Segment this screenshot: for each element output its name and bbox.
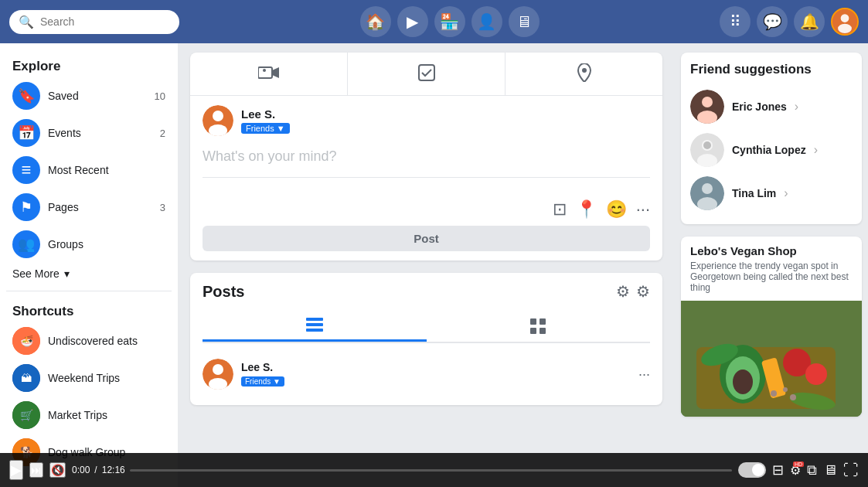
posts-view-tabs [203, 310, 650, 343]
video-quality-button[interactable]: ⚙ HD [790, 463, 801, 478]
video-nav-button[interactable]: ▶ [397, 6, 428, 37]
svg-marker-12 [272, 67, 279, 78]
svg-rect-14 [419, 65, 434, 80]
svg-text:🛒: 🛒 [20, 409, 34, 422]
most-recent-label: Most Recent [48, 164, 109, 176]
shortcut-item-undiscovered-eats[interactable]: 🍜 Undiscovered eats [6, 322, 172, 359]
svg-point-27 [213, 364, 223, 375]
post-user-row: Lee S. Friends ▼ [203, 105, 650, 136]
svg-point-49 [771, 390, 777, 397]
location-action-icon[interactable]: 📍 [576, 199, 597, 220]
video-mute-button[interactable]: 🔇 [49, 462, 66, 478]
posts-section-title: Posts [203, 283, 244, 301]
friend-suggestion-tina[interactable]: Tina Lim › [690, 172, 853, 215]
shop-image-inner [681, 301, 862, 417]
most-recent-icon: ≡ [12, 156, 40, 184]
events-label: Events [48, 127, 81, 139]
video-pip-button[interactable]: ⧉ [807, 462, 817, 478]
friend-arrow-icon: › [795, 100, 798, 114]
post-tab-checkin[interactable] [348, 53, 505, 95]
post-user-info: Lee S. Friends ▼ [241, 107, 650, 135]
post-input-area: Lee S. Friends ▼ What's on your mind? [190, 96, 662, 193]
shop-info: Lebo's Vegan Shop Experience the trendy … [681, 237, 862, 301]
svg-point-35 [703, 141, 711, 149]
post-tab-video[interactable] [190, 53, 347, 95]
svg-point-17 [213, 111, 223, 121]
post-preview-more-icon[interactable]: ··· [638, 366, 650, 383]
settings-icon[interactable]: ⚙ [636, 282, 650, 301]
photo-video-action-icon[interactable]: ⊡ [553, 199, 567, 220]
posts-header: Posts ⚙ ⚙ [203, 282, 650, 301]
cynthia-lopez-name: Cynthia Lopez [732, 144, 806, 156]
messenger-nav-button[interactable]: 💬 [757, 6, 788, 37]
friend-arrow-icon-3: › [784, 186, 788, 200]
friends-nav-button[interactable]: 👤 [471, 6, 502, 37]
post-preview-item: Lee S. Friends ▼ ··· [203, 352, 650, 396]
shop-card: Lebo's Vegan Shop Experience the trendy … [681, 237, 862, 417]
video-skip-button[interactable]: ⏭ [29, 462, 43, 478]
svg-point-45 [805, 363, 827, 385]
sidebar-item-most-recent[interactable]: ≡ Most Recent [6, 152, 172, 189]
marketplace-nav-button[interactable]: 🏪 [434, 6, 465, 37]
filter-icon[interactable]: ⚙ [616, 282, 630, 301]
friend-suggestions-card: Friend suggestions Eric Jones › [681, 53, 862, 224]
friend-suggestion-eric[interactable]: Eric Jones › [690, 85, 853, 128]
chevron-down-icon: ▾ [64, 267, 70, 280]
post-preview-name: Lee S. [241, 361, 631, 373]
video-play-button[interactable]: ▶ [9, 460, 23, 480]
search-input[interactable] [40, 15, 172, 28]
posts-section: Posts ⚙ ⚙ [190, 273, 662, 405]
sidebar-item-saved[interactable]: 🔖 Saved 10 [6, 77, 172, 114]
svg-rect-23 [540, 318, 546, 325]
gaming-nav-button[interactable]: 🖥 [509, 6, 540, 37]
friend-suggestion-cynthia[interactable]: Cynthia Lopez › [690, 128, 853, 172]
svg-text:🍜: 🍜 [20, 335, 34, 348]
saved-icon: 🔖 [12, 82, 40, 110]
nav-center-icons: 🏠 ▶ 🏪 👤 🖥 [360, 6, 540, 37]
groups-icon: 👥 [12, 230, 40, 258]
video-subtitle-button[interactable]: ⊟ [772, 461, 784, 478]
svg-rect-21 [306, 329, 323, 332]
post-audience-badge[interactable]: Friends ▼ [241, 123, 290, 134]
post-preview-avatar [203, 359, 233, 390]
svg-point-43 [733, 370, 753, 394]
undiscovered-eats-label: Undiscovered eats [48, 335, 138, 347]
see-more-label: See More [12, 267, 60, 280]
video-screen-button[interactable]: 🖥 [823, 462, 837, 478]
posts-grid-view-tab[interactable] [427, 310, 651, 342]
sidebar-item-groups[interactable]: 👥 Groups [6, 226, 172, 263]
video-fullscreen-button[interactable]: ⛶ [843, 461, 859, 479]
sidebar-item-pages[interactable]: ⚑ Pages 3 [6, 189, 172, 226]
video-time-current: 0:00 [72, 465, 90, 475]
svg-rect-25 [540, 328, 546, 334]
video-autoplay-toggle[interactable] [738, 462, 766, 478]
weekend-trips-label: Weekend Trips [48, 372, 120, 384]
video-time-total: 12:16 [102, 465, 125, 475]
see-more-button[interactable]: See More ▾ [6, 263, 172, 284]
pages-label: Pages [48, 201, 79, 213]
video-progress-container: 0:00 / 12:16 [72, 465, 732, 475]
home-nav-button[interactable]: 🏠 [360, 6, 391, 37]
apps-nav-button[interactable]: ⠿ [720, 6, 751, 37]
post-preview-info: Lee S. Friends ▼ [241, 361, 631, 387]
user-avatar-nav[interactable] [831, 8, 859, 36]
search-bar[interactable]: 🔍 [9, 10, 179, 34]
post-tab-location[interactable] [505, 53, 662, 95]
shortcut-item-market-trips[interactable]: 🛒 Market Trips [6, 397, 172, 434]
svg-text:🏔: 🏔 [21, 372, 32, 384]
notifications-nav-button[interactable]: 🔔 [794, 6, 825, 37]
svg-rect-24 [530, 328, 536, 334]
emoji-action-icon[interactable]: 😊 [606, 199, 627, 220]
video-progress-bar[interactable] [130, 469, 732, 472]
shortcut-item-weekend-trips[interactable]: 🏔 Weekend Trips [6, 359, 172, 397]
posts-list-view-tab[interactable] [203, 310, 427, 342]
post-submit-button[interactable]: Post [203, 226, 650, 251]
market-trips-label: Market Trips [48, 409, 107, 421]
post-placeholder-text[interactable]: What's on your mind? [203, 142, 650, 177]
more-action-icon[interactable]: ··· [636, 199, 650, 220]
nav-right-icons: ⠿ 💬 🔔 [720, 6, 859, 37]
friend-suggestions-title: Friend suggestions [690, 62, 853, 77]
sidebar-item-events[interactable]: 📅 Events 2 [6, 114, 172, 152]
page-layout: Explore 🔖 Saved 10 📅 Events 2 ≡ Most Rec… [0, 0, 868, 487]
shop-image [681, 301, 862, 417]
